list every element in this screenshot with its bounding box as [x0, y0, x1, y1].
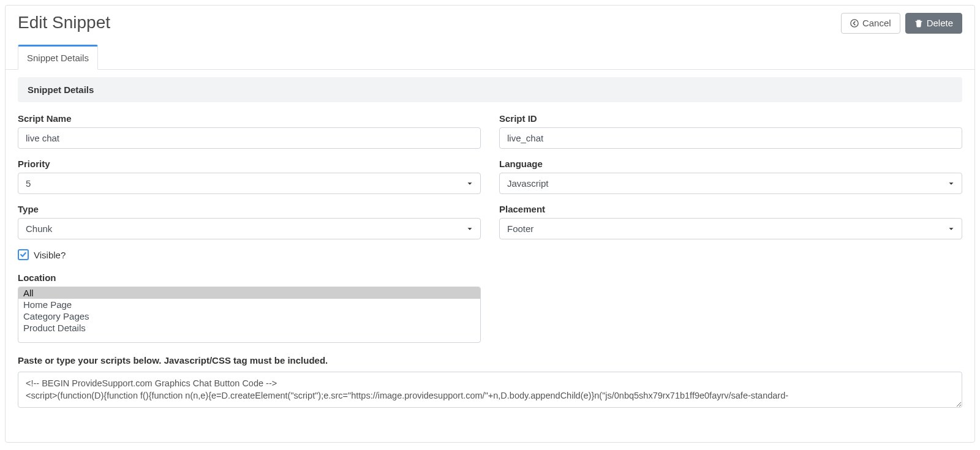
visible-checkbox[interactable] [18, 249, 29, 260]
cancel-button[interactable]: Cancel [841, 13, 900, 34]
delete-button-label: Delete [927, 18, 953, 29]
script-name-input[interactable] [18, 127, 481, 149]
language-select[interactable]: Javascript [499, 173, 962, 194]
priority-label: Priority [18, 159, 481, 169]
location-option-home[interactable]: Home Page [18, 299, 480, 310]
page-title: Edit Snippet [18, 13, 110, 32]
trash-icon [914, 19, 923, 28]
tab-snippet-details[interactable]: Snippet Details [18, 45, 98, 70]
placement-select[interactable]: Footer [499, 218, 962, 239]
language-label: Language [499, 159, 962, 169]
priority-select[interactable]: 5 [18, 173, 481, 194]
arrow-left-circle-icon [850, 19, 859, 28]
header-actions: Cancel Delete [841, 13, 962, 34]
location-option-product[interactable]: Product Details [18, 322, 480, 334]
location-select[interactable]: All Home Page Category Pages Product Det… [18, 287, 481, 343]
location-option-all[interactable]: All [18, 287, 480, 299]
type-select[interactable]: Chunk [18, 218, 481, 239]
script-name-label: Script Name [18, 113, 481, 124]
tabs: Snippet Details [6, 45, 974, 70]
delete-button[interactable]: Delete [905, 13, 962, 34]
cancel-button-label: Cancel [862, 18, 891, 29]
svg-point-0 [851, 20, 858, 27]
scripts-textarea[interactable] [18, 372, 962, 408]
script-id-label: Script ID [499, 113, 962, 124]
scripts-instruction-label: Paste or type your scripts below. Javasc… [18, 355, 962, 366]
placement-label: Placement [499, 204, 962, 214]
visible-label: Visible? [34, 250, 66, 260]
type-label: Type [18, 204, 481, 214]
location-option-category[interactable]: Category Pages [18, 310, 480, 322]
panel-header: Snippet Details [18, 77, 962, 102]
check-icon [20, 251, 27, 258]
script-id-input[interactable] [499, 127, 962, 149]
location-label: Location [18, 272, 481, 283]
